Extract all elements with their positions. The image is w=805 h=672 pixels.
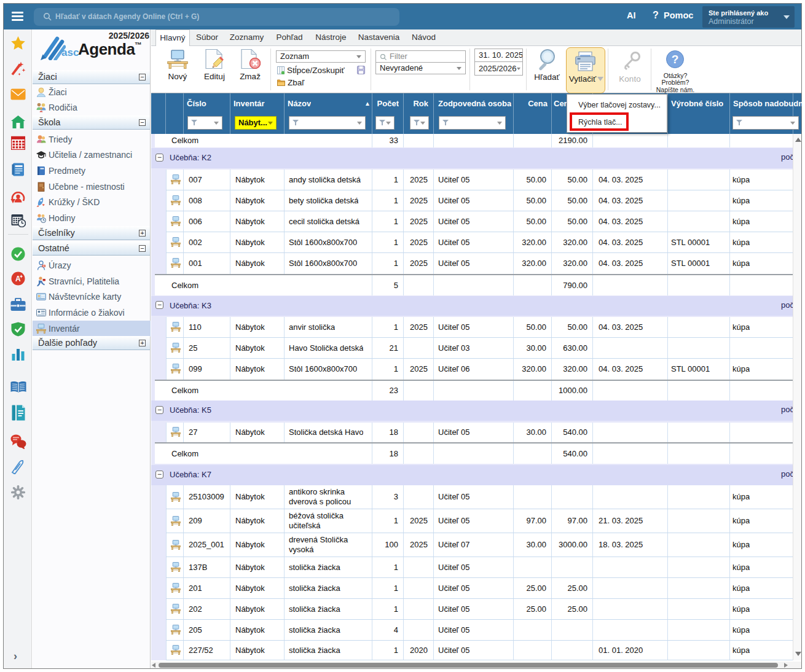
svg-text:A: A	[15, 275, 21, 283]
